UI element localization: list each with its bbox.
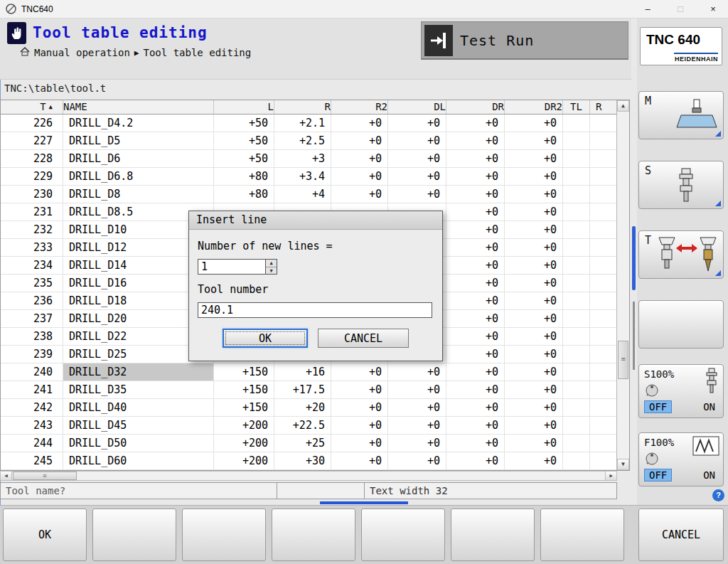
cell-dr2[interactable]: +0 bbox=[505, 381, 563, 398]
softkey-6[interactable] bbox=[451, 509, 535, 561]
cell-radius[interactable]: +2.1 bbox=[274, 115, 331, 132]
cell-r2[interactable]: +0 bbox=[331, 186, 388, 203]
scroll-up-icon[interactable]: ▲ bbox=[617, 100, 629, 112]
cell-r-overflow[interactable] bbox=[590, 399, 616, 416]
cell-name[interactable]: DRILL_D6.8 bbox=[63, 168, 214, 185]
cell-tl[interactable] bbox=[563, 221, 590, 238]
cell-dl[interactable]: +0 bbox=[388, 132, 446, 149]
scroll-right-icon[interactable]: ▶ bbox=[605, 472, 616, 480]
tab-test-run[interactable]: Test Run bbox=[421, 21, 628, 60]
table-row[interactable]: 229 DRILL_D6.8 +80 +3.4 +0 +0 +0 +0 bbox=[1, 168, 616, 186]
cell-tl[interactable] bbox=[563, 239, 590, 256]
stepper-down-icon[interactable]: ▼ bbox=[266, 267, 277, 275]
cell-tl[interactable] bbox=[563, 168, 590, 185]
cell-tl[interactable] bbox=[563, 203, 590, 220]
tool-number-input[interactable] bbox=[198, 302, 432, 318]
cell-dr2[interactable]: +0 bbox=[505, 150, 563, 167]
cell-radius[interactable]: +20 bbox=[274, 399, 331, 416]
table-row[interactable]: 227 DRILL_D5 +50 +2.5 +0 +0 +0 +0 bbox=[1, 132, 616, 150]
cell-length[interactable]: +50 bbox=[214, 150, 274, 167]
spindle-off-button[interactable]: OFF bbox=[644, 400, 672, 413]
cell-dr[interactable]: +0 bbox=[446, 310, 505, 327]
table-row[interactable]: 242 DRILL_D40 +150 +20 +0 +0 +0 +0 bbox=[1, 399, 616, 417]
cell-tool-number[interactable]: 232 bbox=[1, 221, 63, 238]
table-row[interactable]: 240 DRILL_D32 +150 +16 +0 +0 +0 +0 bbox=[1, 363, 616, 381]
cell-r2[interactable]: +0 bbox=[331, 150, 388, 167]
cell-name[interactable]: DRILL_D45 bbox=[63, 417, 214, 434]
cell-radius[interactable]: +16 bbox=[274, 363, 331, 381]
cell-r2[interactable]: +0 bbox=[331, 381, 388, 398]
cell-dr2[interactable]: +0 bbox=[505, 292, 563, 309]
table-row[interactable]: 226 DRILL_D4.2 +50 +2.1 +0 +0 +0 +0 bbox=[1, 115, 616, 132]
cell-tool-number[interactable]: 241 bbox=[1, 381, 63, 398]
table-row[interactable]: 245 DRILL_D60 +200 +30 +0 +0 +0 +0 bbox=[1, 452, 616, 470]
cell-radius[interactable]: +22.5 bbox=[274, 417, 331, 434]
cell-tl[interactable] bbox=[563, 435, 590, 452]
help-icon[interactable]: ? bbox=[712, 489, 724, 501]
cell-tl[interactable] bbox=[563, 150, 590, 167]
cell-tool-number[interactable]: 237 bbox=[1, 310, 63, 327]
cell-radius[interactable]: +3.4 bbox=[274, 168, 331, 185]
cell-dr2[interactable]: +0 bbox=[505, 435, 563, 452]
cell-length[interactable]: +80 bbox=[214, 168, 274, 185]
cell-tool-number[interactable]: 240 bbox=[1, 363, 63, 381]
cell-tl[interactable] bbox=[563, 363, 590, 381]
cell-radius[interactable]: +30 bbox=[274, 452, 331, 469]
softkey-2[interactable] bbox=[92, 509, 176, 561]
cell-dr2[interactable]: +0 bbox=[505, 221, 563, 238]
cell-dr[interactable]: +0 bbox=[446, 239, 505, 256]
cell-length[interactable]: +200 bbox=[214, 452, 274, 469]
column-header[interactable]: DR2 bbox=[505, 100, 563, 114]
cell-dr[interactable]: +0 bbox=[446, 417, 505, 434]
cell-tool-number[interactable]: 233 bbox=[1, 239, 63, 256]
cell-tl[interactable] bbox=[563, 399, 590, 416]
cancel-button[interactable]: CANCEL bbox=[318, 329, 409, 348]
cell-tl[interactable] bbox=[563, 381, 590, 398]
cell-length[interactable]: +50 bbox=[214, 132, 274, 149]
table-row[interactable]: 244 DRILL_D50 +200 +25 +0 +0 +0 +0 bbox=[1, 435, 616, 452]
cell-r-overflow[interactable] bbox=[590, 452, 616, 469]
cell-length[interactable]: +150 bbox=[214, 399, 274, 416]
cell-dr[interactable]: +0 bbox=[446, 132, 505, 149]
cell-dr2[interactable]: +0 bbox=[505, 346, 563, 363]
cell-r2[interactable]: +0 bbox=[331, 132, 388, 149]
cell-dr[interactable]: +0 bbox=[446, 221, 505, 238]
cell-dr[interactable]: +0 bbox=[446, 115, 505, 132]
cell-name[interactable]: DRILL_D8 bbox=[63, 186, 214, 203]
cell-dr2[interactable]: +0 bbox=[505, 452, 563, 469]
cell-r-overflow[interactable] bbox=[590, 186, 616, 203]
key-blank[interactable] bbox=[638, 300, 724, 348]
cell-r-overflow[interactable] bbox=[590, 381, 616, 398]
cell-dl[interactable]: +0 bbox=[388, 168, 446, 185]
cell-tool-number[interactable]: 245 bbox=[1, 452, 63, 469]
cell-dr2[interactable]: +0 bbox=[505, 363, 563, 381]
softkey-5[interactable] bbox=[361, 509, 445, 561]
cell-dl[interactable]: +0 bbox=[388, 417, 446, 434]
cell-radius[interactable]: +17.5 bbox=[274, 381, 331, 398]
cell-name[interactable]: DRILL_D40 bbox=[63, 399, 214, 416]
column-header[interactable]: DR bbox=[446, 100, 505, 114]
cell-name[interactable]: DRILL_D5 bbox=[63, 132, 214, 149]
cell-dr2[interactable]: +0 bbox=[505, 186, 563, 203]
cell-dl[interactable]: +0 bbox=[388, 381, 446, 398]
ok-button[interactable]: OK bbox=[223, 329, 308, 348]
cell-length[interactable]: +200 bbox=[214, 417, 274, 434]
cell-r-overflow[interactable] bbox=[590, 417, 616, 434]
cell-dr2[interactable]: +0 bbox=[505, 328, 563, 345]
cell-dr2[interactable]: +0 bbox=[505, 132, 563, 149]
cell-tl[interactable] bbox=[563, 328, 590, 345]
minimize-button[interactable]: – bbox=[633, 0, 663, 18]
cell-r-overflow[interactable] bbox=[590, 239, 616, 256]
column-header[interactable]: T▲ bbox=[1, 100, 63, 114]
stepper-up-icon[interactable]: ▲ bbox=[266, 260, 277, 267]
cell-name[interactable]: DRILL_D32 bbox=[63, 363, 214, 381]
cell-dr2[interactable]: +0 bbox=[505, 275, 563, 292]
cell-tool-number[interactable]: 227 bbox=[1, 132, 63, 149]
cell-radius[interactable]: +4 bbox=[274, 186, 331, 203]
cell-tool-number[interactable]: 238 bbox=[1, 328, 63, 345]
cell-tool-number[interactable]: 236 bbox=[1, 292, 63, 309]
feed-off-button[interactable]: OFF bbox=[644, 469, 672, 481]
cell-tl[interactable] bbox=[563, 257, 590, 274]
cell-dr[interactable]: +0 bbox=[446, 203, 505, 220]
cell-r2[interactable]: +0 bbox=[331, 399, 388, 416]
